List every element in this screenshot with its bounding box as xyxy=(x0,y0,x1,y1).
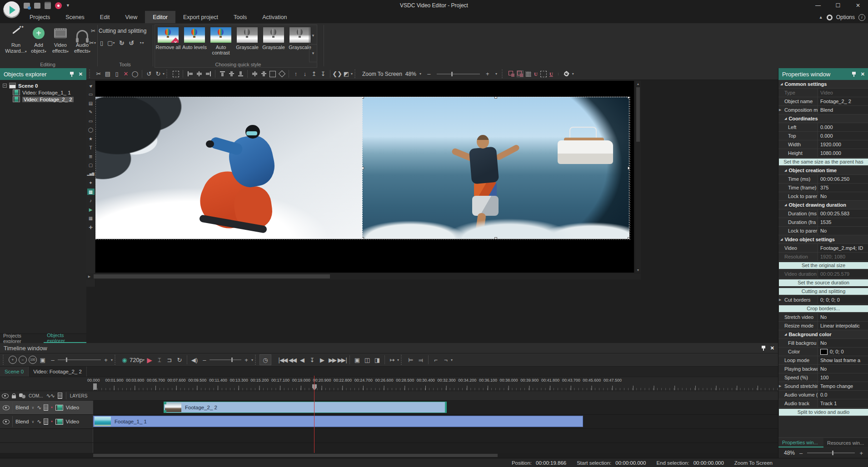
panel-tab[interactable]: Resources win... xyxy=(823,438,868,447)
quick-style-item[interactable]: ✕ Auto levels xyxy=(181,27,208,50)
scrollbar-thumb[interactable] xyxy=(93,454,498,457)
property-row[interactable]: ▶ ◢ Sound stretchin Tempo change Sound s… xyxy=(778,382,868,391)
property-row[interactable]: ▶ ◢ Set the source duration Set the sour… xyxy=(778,278,868,287)
star-tool-icon[interactable]: ★ xyxy=(87,135,95,142)
zoom-in-icon[interactable]: + xyxy=(483,70,492,79)
property-row[interactable]: ▶ ◢ Type Video Type xyxy=(778,89,868,97)
close-button[interactable]: ✕ xyxy=(848,0,868,11)
timeline-ruler[interactable]: 00.000 00:01.900 00:03.800 00:05.700 00:… xyxy=(0,377,778,391)
move-down-icon[interactable]: ↓ xyxy=(300,70,309,79)
expander-icon[interactable]: ▶ xyxy=(779,298,781,302)
preview-zoom-slider[interactable] xyxy=(807,452,855,453)
text-tool-icon[interactable]: T xyxy=(87,144,95,151)
property-value[interactable]: 1920.000 xyxy=(818,140,868,149)
track-options-icon[interactable] xyxy=(44,418,48,425)
run-wizard-button[interactable]: Run Wizard...▾ xyxy=(4,26,28,54)
pin-icon[interactable] xyxy=(70,71,74,77)
property-row[interactable]: ▶ ◢ Resize mode Linear interpolatic Resi… xyxy=(778,322,868,330)
visibility-eye-icon[interactable] xyxy=(3,419,10,424)
chevron-down-icon[interactable]: ▾ xyxy=(111,358,113,362)
column-options-icon[interactable] xyxy=(58,392,62,399)
skip-to-start-icon[interactable]: ∣◀◀ xyxy=(277,355,287,365)
timeline-tab[interactable]: Video: Footage_2_ 2 xyxy=(29,367,87,377)
counter-tool-icon[interactable]: ≣ xyxy=(87,153,95,159)
section-triangle-icon[interactable]: ◢ xyxy=(784,203,787,207)
property-value[interactable]: 00:00:06.250 xyxy=(818,175,868,183)
select-all-icon[interactable] xyxy=(171,70,180,79)
menu-tab[interactable]: Editor xyxy=(145,11,175,23)
ungroup-icon[interactable]: ◩ xyxy=(342,70,351,79)
section-triangle-icon[interactable]: ◢ xyxy=(784,333,787,336)
property-value[interactable]: No xyxy=(818,365,868,373)
toolbar-dropdown-icon[interactable]: ▼ xyxy=(66,3,70,8)
cut-icon[interactable]: ✂ xyxy=(94,70,103,79)
maximize-button[interactable]: ☐ xyxy=(828,0,848,11)
loop-icon[interactable]: ↻ xyxy=(175,355,185,365)
quick-style-item[interactable]: ✕ Grayscale xyxy=(234,27,260,50)
scissors-icon[interactable]: ✂▾ xyxy=(89,40,96,46)
eye-icon[interactable] xyxy=(2,393,9,398)
property-row[interactable]: ▶ ◢ Speed (%) 100 Speed (%) xyxy=(778,373,868,382)
record-icon[interactable] xyxy=(55,2,62,9)
add-image-tool-icon[interactable]: ▶ xyxy=(87,206,95,213)
blend-mode-select[interactable]: Blend xyxy=(15,405,29,410)
chevron-down-icon[interactable]: ▾ xyxy=(351,72,353,76)
property-button[interactable]: Cutting and splitting xyxy=(779,288,868,295)
timeline-tab[interactable]: Scene 0 xyxy=(0,367,29,377)
property-row[interactable]: ▶ ◢ Audio track Track 1 Audio track xyxy=(778,399,868,408)
property-value[interactable]: Tempo change xyxy=(818,382,868,390)
lock-icon[interactable] xyxy=(12,395,16,398)
grid-tool-icon[interactable]: ▦ xyxy=(87,215,95,222)
tree-item[interactable]: − Video: Footage_2_ 2 xyxy=(13,96,86,103)
property-row[interactable]: ▶ ◢ Cut borders 0; 0; 0; 0 Cut borders xyxy=(778,296,868,304)
property-value[interactable]: 0; 0; 0; 0 xyxy=(818,296,868,304)
property-row[interactable]: ▶ ◢ Cutting and splitting Cutting and sp… xyxy=(778,287,868,296)
video-frame-wakesurfer[interactable] xyxy=(362,97,629,239)
options-label[interactable]: Options xyxy=(836,14,855,20)
property-value[interactable]: 1920; 1080 xyxy=(818,253,868,261)
property-value[interactable]: No xyxy=(818,192,868,200)
export-tool-icon[interactable]: ▤ xyxy=(87,100,95,106)
timeline-track-empty[interactable] xyxy=(0,429,778,443)
track-options-icon[interactable] xyxy=(44,404,48,411)
section-triangle-icon[interactable]: ◢ xyxy=(784,169,787,172)
property-row[interactable]: ▶ ◢ Color 0; 0; 0 Color xyxy=(778,348,868,356)
property-row[interactable]: ▶ ◢ Object name Footage_2_ 2 Object name xyxy=(778,97,868,106)
tooltip-tool-icon[interactable]: ▢ xyxy=(87,162,95,169)
property-value[interactable]: 0.000 xyxy=(818,123,868,131)
zoom-out-icon[interactable]: – xyxy=(48,355,58,365)
previous-frame-icon[interactable]: ◀ xyxy=(297,355,307,365)
property-row[interactable]: ▶ ◢ Coordinates Coordinates xyxy=(778,114,868,123)
expander-icon[interactable]: ▶ xyxy=(779,384,781,388)
composition-column-label[interactable]: COM... xyxy=(29,393,43,398)
fit-timeline-icon[interactable]: ▣ xyxy=(38,355,48,365)
property-value[interactable]: Footage_2_ 2 xyxy=(818,97,868,105)
property-value[interactable]: Footage_2.mp4; ID xyxy=(818,244,868,252)
undo-icon[interactable]: ↺ xyxy=(145,70,154,79)
visibility-eye-icon[interactable] xyxy=(3,405,10,410)
track-header[interactable]: Blend ∨ ∿ ▾ Video xyxy=(0,415,93,428)
chevron-down-icon[interactable]: ∨ xyxy=(31,420,34,424)
center-vertical-icon[interactable] xyxy=(259,70,268,79)
video-frame-snowboarder[interactable] xyxy=(95,97,362,239)
redo-icon[interactable]: ↻ xyxy=(154,70,163,79)
timeline-zoom-in-icon[interactable]: + xyxy=(8,355,18,365)
property-row[interactable]: ▶ ◢ Time (frame) 375 Time (frame) xyxy=(778,184,868,192)
split-marker-icon[interactable]: ⌶ xyxy=(155,355,165,365)
property-button[interactable]: Set the original size xyxy=(779,262,868,269)
pin-icon[interactable] xyxy=(852,71,856,77)
save-project-icon[interactable] xyxy=(45,2,51,9)
view-mode-compact-icon[interactable]: ◫ xyxy=(362,355,372,365)
objects-filter-icon[interactable] xyxy=(19,393,25,398)
timeline-zoom-out-icon[interactable]: − xyxy=(18,355,28,365)
close-icon[interactable]: ✕ xyxy=(770,345,774,351)
property-row[interactable]: ▶ ◢ Crop borders... Crop borders... xyxy=(778,304,868,313)
property-value[interactable]: 0; 0; 0 xyxy=(818,348,868,356)
property-row[interactable]: ▶ ◢ Background color Background color xyxy=(778,330,868,339)
red-caret-icon[interactable]: ▾ xyxy=(51,420,53,423)
quick-style-item[interactable]: ✕ Auto contrast xyxy=(208,27,234,55)
property-value[interactable]: No xyxy=(818,227,868,235)
rectangle-tool-icon[interactable]: ▭ xyxy=(87,118,95,124)
timeline-clip-footage-2[interactable]: Footage_2_ 2 xyxy=(164,402,447,413)
property-value[interactable]: 1535 xyxy=(818,218,868,226)
